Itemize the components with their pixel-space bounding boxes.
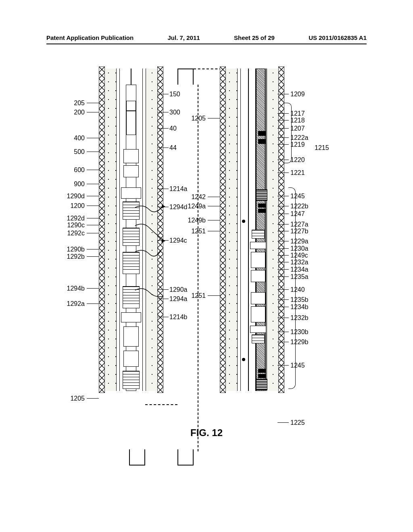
ref-label-1245: 1245 [290, 193, 305, 200]
pub-number: US 2011/0162835 A1 [309, 34, 367, 41]
ref-label-1290b: 1290b [67, 246, 85, 253]
ref-label-1219: 1219 [290, 141, 305, 148]
component-400 [126, 111, 136, 135]
packer-1222a-bot [258, 139, 266, 144]
ref-label-1229a: 1229a [290, 238, 309, 245]
ref-label-1294a: 1294a [169, 295, 188, 303]
ref-label-205: 205 [74, 100, 85, 107]
component-1230a [250, 242, 266, 249]
casing-crosshatch-right-r [278, 66, 284, 393]
pub-type: Patent Application Publication [46, 34, 133, 41]
ref-label-150: 150 [169, 91, 180, 98]
figure-12: 2052004005006009001290d12001292d1290c129… [56, 69, 367, 439]
ref-label-1207: 1207 [290, 125, 305, 132]
ref-label-1221: 1221 [290, 169, 305, 177]
page-header: Patent Application Publication Jul. 7, 2… [0, 34, 413, 41]
component-1245-top [256, 189, 267, 201]
ball-lower [242, 358, 245, 361]
component-1235a [251, 270, 265, 282]
ref-label-1217: 1217 [290, 110, 305, 117]
ref-label-600: 600 [74, 166, 85, 174]
ref-label-1292b: 1292b [67, 253, 85, 260]
ref-label-200: 200 [74, 109, 85, 116]
svg-rect-5 [278, 66, 284, 393]
ref-label-1294d: 1294d [169, 204, 188, 211]
ref-label-1249c: 1249c [290, 252, 308, 259]
packer-lower-1 [258, 369, 266, 373]
ref-label-1251: 1251 [191, 292, 206, 299]
label-1215: 1215 [315, 144, 329, 152]
ref-label-1232a: 1232a [290, 259, 309, 266]
ref-label-1218: 1218 [290, 117, 305, 124]
lower-component-2 [123, 351, 139, 367]
ref-label-1292a: 1292a [67, 300, 85, 308]
valve-1229b [252, 335, 265, 343]
ref-label-40: 40 [169, 125, 177, 132]
bottom-bracket-right [177, 449, 194, 466]
ref-label-1235a: 1235a [290, 273, 309, 281]
wellbore-right-section [210, 69, 294, 391]
component-1232a [251, 252, 265, 268]
ref-label-1232b: 1232b [290, 314, 309, 322]
break-line-left [198, 85, 198, 451]
tubing-line-4 [265, 69, 266, 391]
header-rule [46, 44, 367, 44]
ref-label-1245: 1245 [290, 362, 305, 369]
bottom-bracket-left [129, 449, 145, 466]
ref-label-1234a: 1234a [290, 266, 309, 273]
svg-marker-2 [161, 204, 165, 208]
component-1214a [121, 187, 141, 199]
ref-label-1200: 1200 [70, 202, 85, 210]
ref-label-1230b: 1230b [290, 328, 309, 336]
ref-label-1249b: 1249b [188, 217, 206, 224]
packer-1222b-2 [258, 209, 266, 213]
ref-label-1290a: 1290a [169, 286, 188, 293]
ball-1249b [242, 220, 245, 223]
ref-label-1294c: 1294c [169, 237, 187, 244]
ref-label-1205: 1205 [191, 115, 206, 122]
ref-label-1235b: 1235b [290, 296, 309, 303]
wellbore-left-section [89, 69, 173, 391]
ref-label-1240: 1240 [290, 286, 305, 293]
ref-label-1222a: 1222a [290, 134, 309, 141]
component-1245-bottom [256, 379, 267, 390]
tubing-line-1 [248, 69, 249, 391]
ref-label-900: 900 [74, 181, 85, 188]
ref-label-1220: 1220 [290, 156, 305, 164]
packer-lower-2 [258, 374, 266, 378]
ref-label-1251: 1251 [191, 228, 206, 235]
ref-label-1214a: 1214a [169, 185, 188, 193]
flow-arrows-1294 [133, 200, 167, 312]
ref-label-1227b: 1227b [290, 228, 309, 235]
ref-label-300: 300 [169, 109, 180, 116]
packer-1222a-top [258, 131, 266, 136]
valve-1229a [252, 230, 265, 239]
component-1230b [250, 326, 266, 333]
figure-title: FIG. 12 [0, 427, 413, 438]
ref-label-1290d: 1290d [67, 193, 85, 200]
component-1232b [251, 306, 265, 322]
ref-label-1225: 1225 [290, 419, 305, 426]
ref-label-1227a: 1227a [290, 221, 309, 228]
ref-label-1234b: 1234b [290, 303, 309, 311]
ref-label-400: 400 [74, 135, 85, 142]
ref-label-1292d: 1292d [67, 215, 85, 222]
ref-label-1249a: 1249a [188, 203, 206, 210]
casing-crosshatch-left [99, 66, 105, 393]
svg-rect-0 [99, 66, 105, 393]
ref-label-1290c: 1290c [67, 222, 85, 229]
ref-label-1222b: 1222b [290, 203, 309, 210]
component-500 [123, 149, 139, 163]
ref-label-1292c: 1292c [67, 230, 85, 237]
ref-label-1242: 1242 [191, 193, 206, 201]
lower-screen [123, 371, 140, 389]
ref-label-1247: 1247 [290, 210, 305, 218]
ref-label-1229b: 1229b [290, 339, 309, 346]
ref-label-1230a: 1230a [290, 245, 309, 252]
pub-date: Jul. 7, 2011 [168, 34, 200, 41]
top-bracket-left [177, 69, 194, 85]
packer-1222b [258, 204, 266, 208]
ref-label-44: 44 [169, 144, 177, 152]
ref-label-1205: 1205 [70, 395, 85, 402]
lower-component-1 [123, 326, 139, 347]
